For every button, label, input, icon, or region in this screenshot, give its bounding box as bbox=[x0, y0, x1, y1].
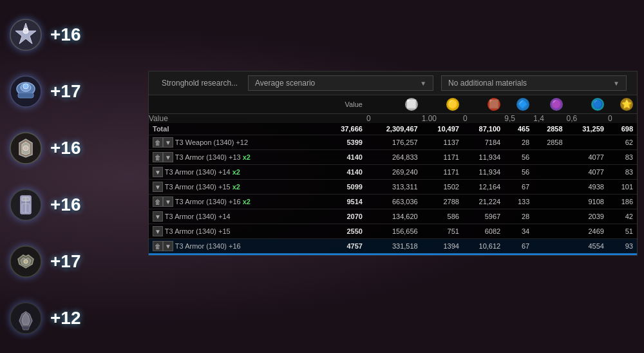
row-name: 🗑▼ T3 Armor (1340) +13 x2 bbox=[149, 150, 312, 165]
leapstone-icon: 🟫 bbox=[488, 98, 500, 111]
item-icon-6 bbox=[6, 299, 45, 338]
svg-point-6 bbox=[23, 84, 28, 89]
row-col-4: 2858 bbox=[533, 123, 566, 135]
silver-icon: ⬜ bbox=[405, 98, 418, 111]
row-col-0: 156,656 bbox=[366, 224, 422, 239]
row-col-1: 10,497 bbox=[422, 123, 463, 135]
expand-button[interactable]: ▼ bbox=[163, 137, 173, 148]
row-col-6: 186 bbox=[608, 195, 637, 209]
row-value: 2550 bbox=[312, 224, 366, 239]
row-col-6: 83 bbox=[608, 165, 637, 180]
item-level-5: +17 bbox=[50, 251, 81, 272]
materials-dropdown[interactable]: No additional materials ▼ bbox=[441, 75, 627, 91]
row-col-6: 62 bbox=[608, 135, 637, 150]
row-col-5: 31,259 bbox=[567, 123, 608, 135]
expand-button[interactable]: ▼ bbox=[153, 226, 163, 236]
value-row-blue: 9,5 bbox=[504, 114, 533, 124]
row-col-5: 4077 bbox=[567, 150, 608, 165]
delete-button[interactable]: 🗑 bbox=[153, 241, 163, 251]
row-col-5: 4938 bbox=[567, 180, 608, 195]
row-col-2: 10,612 bbox=[463, 239, 504, 254]
row-col-3: 67 bbox=[504, 239, 533, 254]
row-col-4 bbox=[533, 224, 566, 239]
table-row: ▼ T3 Armor (1340) +15 2550 156,656751608… bbox=[149, 224, 637, 239]
row-col-6: 83 bbox=[608, 150, 637, 165]
table-row: 🗑▼ T3 Armor (1340) +16 4757 331,51813941… bbox=[149, 239, 637, 254]
row-col-6: 51 bbox=[608, 224, 637, 239]
row-col-1: 751 bbox=[422, 224, 463, 239]
gold-icon: 🟡 bbox=[446, 98, 459, 111]
svg-rect-7 bbox=[18, 93, 33, 98]
materials-label: No additional materials bbox=[448, 79, 527, 88]
delete-button[interactable]: 🗑 bbox=[153, 137, 163, 148]
toolbar: Stronghold research... Average scenario … bbox=[149, 72, 637, 95]
row-col-3: 28 bbox=[504, 209, 533, 224]
row-name: 🗑▼ T3 Weapon (1340) +12 bbox=[149, 135, 312, 150]
row-col-2: 7184 bbox=[463, 135, 504, 150]
row-col-2: 12,164 bbox=[463, 180, 504, 195]
svg-point-2 bbox=[23, 28, 28, 33]
left-item-panel: +16 +17 +16 bbox=[0, 0, 148, 353]
row-col-1: 586 bbox=[422, 209, 463, 224]
expand-button[interactable]: ▼ bbox=[163, 196, 173, 207]
delete-button[interactable]: 🗑 bbox=[153, 196, 163, 207]
row-col-4 bbox=[533, 150, 566, 165]
table-row: Total 37,666 2,309,46710,49787,100465285… bbox=[149, 123, 637, 135]
expand-button[interactable]: ▼ bbox=[153, 167, 163, 177]
row-value: 4140 bbox=[312, 150, 366, 165]
expand-button[interactable]: ▼ bbox=[163, 241, 173, 251]
row-col-6: 42 bbox=[608, 209, 637, 224]
row-col-4 bbox=[533, 209, 566, 224]
table-row: ▼ T3 Armor (1340) +14 x2 4140 269,240117… bbox=[149, 165, 637, 180]
badge: x2 bbox=[232, 168, 240, 176]
item-icon-2 bbox=[6, 72, 45, 111]
row-col-0: 663,036 bbox=[366, 195, 422, 209]
stronghold-research-label: Stronghold research... bbox=[162, 79, 238, 88]
stronghold-research-button[interactable]: Stronghold research... bbox=[155, 76, 244, 90]
data-table: Value ⬜ 🟡 🟫 🔷 🟣 🔵 bbox=[149, 95, 637, 254]
row-col-2: 87,100 bbox=[463, 123, 504, 135]
col-value: Value bbox=[312, 95, 366, 114]
scenario-dropdown[interactable]: Average scenario ▼ bbox=[248, 75, 433, 91]
row-name: Total bbox=[149, 123, 312, 135]
item-level-1: +16 bbox=[50, 24, 81, 45]
table-row: ▼ T3 Armor (1340) +14 2070 134,620586596… bbox=[149, 209, 637, 224]
delete-button[interactable]: 🗑 bbox=[153, 152, 163, 162]
row-col-0: 134,620 bbox=[366, 209, 422, 224]
row-col-3: 67 bbox=[504, 180, 533, 195]
table-row: 🗑▼ T3 Armor (1340) +13 x2 4140 264,83311… bbox=[149, 150, 637, 165]
list-item: +12 bbox=[6, 299, 81, 338]
row-col-5: 4077 bbox=[567, 165, 608, 180]
row-col-1: 1171 bbox=[422, 165, 463, 180]
row-col-1: 1137 bbox=[422, 135, 463, 150]
value-row-red: 0 bbox=[463, 114, 504, 124]
table-row: 🗑▼ T3 Weapon (1340) +12 5399 176,2571137… bbox=[149, 135, 637, 150]
item-level-3: +16 bbox=[50, 138, 81, 158]
expand-button[interactable]: ▼ bbox=[153, 182, 163, 192]
row-name: ▼ T3 Armor (1340) +14 x2 bbox=[149, 165, 312, 180]
row-col-2: 11,934 bbox=[463, 150, 504, 165]
row-col-5: 2469 bbox=[567, 224, 608, 239]
col-red: 🟫 bbox=[463, 95, 504, 114]
row-col-5 bbox=[567, 135, 608, 150]
col-purple: 🟣 bbox=[533, 95, 566, 114]
row-col-1: 1502 bbox=[422, 180, 463, 195]
badge: x2 bbox=[243, 153, 251, 161]
row-col-4 bbox=[533, 195, 566, 209]
row-value: 5399 bbox=[312, 135, 366, 150]
table-row: 🗑▼ T3 Armor (1340) +16 x2 9514 663,03627… bbox=[149, 195, 637, 209]
list-item: +17 bbox=[6, 242, 81, 281]
row-col-3: 56 bbox=[504, 150, 533, 165]
row-col-1: 2788 bbox=[422, 195, 463, 209]
expand-button[interactable]: ▼ bbox=[153, 211, 163, 222]
row-col-0: 176,257 bbox=[366, 135, 422, 150]
row-col-4 bbox=[533, 239, 566, 254]
col-cyan: 🔵 bbox=[567, 95, 608, 114]
chevron-down-icon: ▼ bbox=[613, 80, 620, 87]
shard-icon: 🔷 bbox=[516, 98, 529, 111]
row-col-6: 93 bbox=[608, 239, 637, 254]
value-row-gold: 1.00 bbox=[422, 114, 463, 124]
badge: x2 bbox=[232, 183, 240, 191]
expand-button[interactable]: ▼ bbox=[163, 152, 173, 162]
row-col-0: 331,518 bbox=[366, 239, 422, 254]
